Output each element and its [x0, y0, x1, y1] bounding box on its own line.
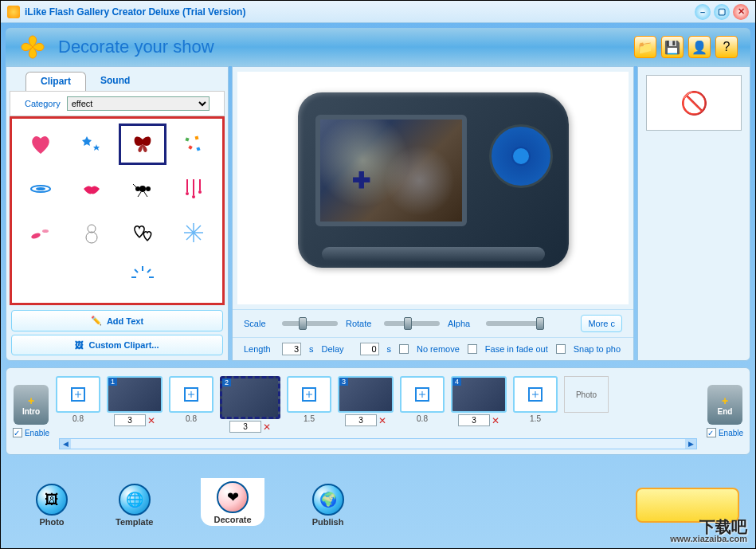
timeline-photo[interactable]: 1✕ [107, 376, 163, 426]
svg-line-11 [144, 192, 147, 197]
snap-checkbox[interactable] [556, 344, 566, 354]
end-enable-checkbox[interactable] [707, 428, 716, 437]
svg-point-7 [139, 186, 146, 192]
svg-point-17 [198, 190, 202, 194]
maximize-button[interactable]: ▢ [714, 4, 730, 20]
clipart-snowman[interactable] [68, 213, 116, 254]
duration-input[interactable] [114, 414, 146, 426]
delay-label: Delay [322, 344, 352, 354]
rotate-slider[interactable] [384, 321, 440, 326]
clipart-grid [10, 116, 225, 305]
minimize-button[interactable]: – [695, 4, 711, 20]
timeline-photo[interactable]: 4✕ [451, 376, 507, 426]
tab-clipart[interactable]: Clipart [25, 72, 86, 91]
svg-point-19 [42, 229, 49, 233]
timeline-transition[interactable]: 1.5 [513, 376, 558, 423]
clipart-blank2[interactable] [68, 257, 116, 298]
add-text-button[interactable]: ✏️Add Text [11, 310, 223, 331]
timeline-photo[interactable]: 3✕ [338, 376, 394, 426]
close-button[interactable]: ✕ [733, 4, 749, 20]
timeline-transition[interactable]: 0.8 [400, 376, 445, 423]
end-button[interactable]: +End [707, 385, 742, 425]
cross-clipart[interactable]: ✚ [352, 167, 370, 194]
timeline-scroll[interactable]: 0.81✕0.82✕1.53✕0.84✕1.5Photo◀▶ [56, 373, 700, 449]
timeline-scrollbar[interactable]: ◀▶ [59, 438, 697, 449]
player-seekbar[interactable] [322, 247, 545, 261]
clipart-blank1[interactable] [17, 257, 65, 298]
delay-input[interactable] [360, 343, 379, 355]
clipart-hearts-outline[interactable] [119, 213, 166, 254]
preview-area[interactable]: ✢ ✚ [237, 72, 629, 304]
no-content-icon: 🚫 [646, 75, 742, 131]
timeline-placeholder[interactable]: Photo [564, 376, 609, 413]
nav-template[interactable]: 🌐Template [116, 484, 153, 527]
clipart-petals[interactable] [17, 213, 65, 254]
alpha-label: Alpha [448, 319, 478, 328]
custom-clipart-button[interactable]: 🖼Custom Clipart... [11, 335, 223, 355]
title-bar: iLike Flash Gallery Creator Deluxe (Tria… [1, 1, 755, 23]
category-select[interactable]: effect [67, 96, 210, 111]
player-screen: ✚ [315, 115, 467, 226]
template-icon: 🌐 [119, 484, 151, 516]
remove-icon[interactable]: ✕ [492, 415, 499, 426]
scroll-right[interactable]: ▶ [685, 439, 696, 449]
timeline-photo[interactable]: 2✕ [220, 376, 280, 433]
player-dial[interactable] [489, 124, 553, 188]
page-title: Decorate your show [58, 37, 634, 57]
intro-enable-checkbox[interactable] [13, 428, 22, 437]
intro-button[interactable]: +Intro [14, 385, 49, 425]
nav-publish[interactable]: 🌍Publish [312, 484, 344, 527]
svg-point-18 [30, 233, 41, 241]
duration-input[interactable] [345, 414, 377, 426]
clipart-lips[interactable] [68, 168, 116, 210]
header: Decorate your show 📁 💾 👤 ? [6, 28, 750, 66]
clipart-blank3[interactable] [170, 257, 217, 298]
fade-checkbox[interactable] [468, 344, 477, 354]
duration-input[interactable] [458, 414, 490, 426]
clipart-butterfly[interactable] [119, 124, 166, 165]
clipart-ant[interactable] [119, 168, 166, 210]
remove-icon[interactable]: ✕ [263, 422, 271, 433]
alpha-slider[interactable] [486, 321, 542, 326]
save-button[interactable]: 💾 [661, 36, 684, 58]
right-panel: 🚫 [637, 66, 750, 361]
svg-point-16 [192, 195, 195, 198]
tab-sound[interactable]: Sound [86, 72, 144, 91]
svg-rect-0 [185, 137, 189, 141]
clipart-heart[interactable] [17, 124, 65, 165]
player-body: ✚ [298, 92, 569, 268]
svg-point-5 [36, 187, 45, 190]
category-label: Category [25, 99, 61, 108]
nav-photo[interactable]: 🖼Photo [36, 484, 68, 527]
clipart-snowflake[interactable] [170, 213, 217, 254]
scale-slider[interactable] [282, 321, 338, 326]
watermark: 下载吧 www.xiazaiba.com [670, 519, 747, 543]
remove-icon[interactable]: ✕ [147, 415, 155, 426]
open-folder-button[interactable]: 📁 [634, 36, 656, 58]
clipart-ring[interactable] [17, 168, 65, 210]
clipart-chimes[interactable] [170, 168, 217, 210]
clipart-spark[interactable] [119, 257, 166, 298]
scale-label: Scale [244, 319, 274, 328]
more-button[interactable]: More c [581, 315, 622, 332]
nav-decorate[interactable]: ❤Decorate [201, 478, 264, 526]
no-remove-checkbox[interactable] [399, 344, 409, 354]
timeline-transition[interactable]: 1.5 [287, 376, 331, 423]
remove-icon[interactable]: ✕ [378, 415, 386, 426]
clipart-panel: Clipart Sound Category effect [6, 66, 229, 361]
rotate-label: Rotate [346, 319, 376, 328]
user-button[interactable]: 👤 [688, 36, 711, 58]
duration-input[interactable] [229, 421, 261, 433]
length-input[interactable] [282, 343, 301, 355]
svg-line-9 [133, 184, 136, 187]
logo-icon [18, 33, 47, 61]
app-icon [7, 6, 20, 18]
clipart-stars[interactable] [68, 124, 116, 165]
timeline-transition[interactable]: 0.8 [169, 376, 213, 423]
clipart-confetti[interactable] [170, 124, 217, 165]
svg-line-30 [147, 269, 151, 273]
help-button[interactable]: ? [715, 36, 738, 58]
timeline-transition[interactable]: 0.8 [56, 376, 100, 423]
svg-line-29 [135, 269, 138, 273]
scroll-left[interactable]: ◀ [60, 439, 71, 449]
